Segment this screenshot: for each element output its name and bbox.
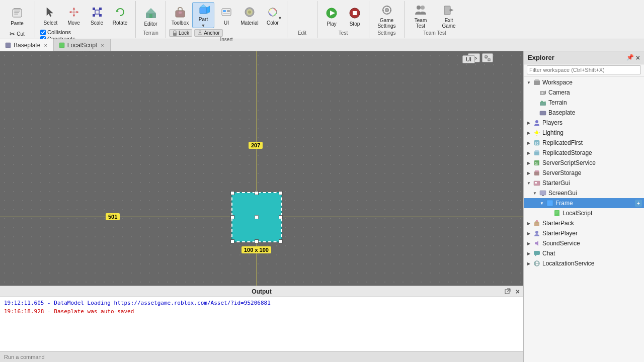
- workspace-icon: [533, 78, 541, 86]
- frame-object[interactable]: [231, 192, 282, 242]
- explorer-search-input[interactable]: [527, 65, 641, 74]
- ui-toggle-button[interactable]: UI: [462, 55, 475, 63]
- server-storage-icon: [533, 169, 541, 177]
- anchor-button[interactable]: Anchor: [194, 29, 223, 37]
- svg-text:R: R: [535, 141, 538, 146]
- handle-r[interactable]: [279, 215, 283, 219]
- test-section: Play Stop Test: [317, 1, 369, 38]
- handle-tr[interactable]: [279, 191, 283, 195]
- move-button[interactable]: Move: [63, 2, 85, 28]
- server-script-label: ServerScriptService: [542, 159, 642, 166]
- tree-item-replicated-first[interactable]: ▶ R ReplicatedFirst: [524, 138, 644, 148]
- tree-item-server-storage[interactable]: ▶ ServerStorage: [524, 168, 644, 178]
- explorer-pin-button[interactable]: 📌: [626, 54, 634, 62]
- svg-rect-27: [173, 33, 177, 36]
- tree-item-starter-player[interactable]: ▶ StarterPlayer: [524, 228, 644, 238]
- tab-baseplate[interactable]: Baseplate ×: [0, 39, 54, 51]
- play-button[interactable]: Play: [320, 3, 343, 29]
- exit-game-button[interactable]: ExitGame: [436, 3, 462, 29]
- frame-add-button[interactable]: +: [635, 200, 642, 207]
- tree-item-starter-gui[interactable]: ▼ StarterGui: [524, 178, 644, 188]
- command-input[interactable]: [4, 354, 105, 360]
- team-test-button[interactable]: TeamTest: [408, 3, 434, 29]
- tree-item-server-script[interactable]: ▶ S ServerScriptService: [524, 158, 644, 168]
- handle-t[interactable]: [255, 191, 259, 195]
- tree-item-local-script[interactable]: LocalScript: [524, 208, 644, 218]
- svg-rect-71: [534, 171, 539, 175]
- svg-marker-57: [540, 101, 546, 103]
- collisions-checkbox-row[interactable]: Collisions: [38, 29, 132, 35]
- svg-point-59: [535, 120, 538, 123]
- baseplate-tree-label: Baseplate: [548, 109, 642, 116]
- tab-baseplate-close[interactable]: ×: [43, 42, 48, 48]
- tree-item-replicated-storage[interactable]: ▶ ReplicatedStorage: [524, 148, 644, 158]
- ui-button[interactable]: UI: [215, 2, 237, 28]
- tree-item-chat[interactable]: ▶ Chat: [524, 248, 644, 258]
- svg-rect-5: [95, 10, 99, 14]
- editor-button[interactable]: Editor: [140, 3, 162, 29]
- part-button[interactable]: Part ▼: [192, 2, 214, 28]
- handle-b[interactable]: [255, 239, 259, 243]
- svg-marker-87: [535, 255, 537, 256]
- color-button[interactable]: Color ▼: [262, 2, 284, 28]
- viewport-expand-button[interactable]: [482, 53, 493, 62]
- svg-marker-54: [545, 90, 546, 95]
- viewport-canvas[interactable]: 207 501 100 x 100 UI: [0, 51, 523, 286]
- select-button[interactable]: Select: [40, 2, 62, 28]
- toolbox-button[interactable]: Toolbox: [169, 2, 191, 28]
- output-popout-button[interactable]: [503, 288, 512, 296]
- tree-item-players[interactable]: ▶ Players: [524, 118, 644, 128]
- tree-item-camera[interactable]: Camera: [524, 87, 644, 98]
- svg-rect-6: [93, 8, 95, 10]
- output-close-button[interactable]: ×: [514, 288, 521, 296]
- explorer-tree: ▼ Workspace Camera Terrain: [524, 76, 644, 362]
- tab-localscript[interactable]: LocalScript ×: [54, 39, 111, 51]
- tab-localscript-close[interactable]: ×: [100, 42, 105, 48]
- svg-rect-68: [535, 150, 539, 152]
- tree-item-sound-service[interactable]: ▶ SoundService: [524, 238, 644, 248]
- handle-l[interactable]: [230, 215, 234, 219]
- tree-item-localization[interactable]: ▶ LocalizationService: [524, 258, 644, 268]
- svg-point-28: [199, 31, 201, 33]
- tree-item-starter-pack[interactable]: ▶ StarterPack: [524, 218, 644, 228]
- explorer-close-button[interactable]: ×: [636, 54, 640, 62]
- handle-br[interactable]: [279, 239, 283, 243]
- starter-player-label: StarterPlayer: [542, 230, 642, 237]
- tree-item-lighting[interactable]: ▶ Lighting: [524, 128, 644, 138]
- handle-bl[interactable]: [230, 239, 234, 243]
- chat-label: Chat: [542, 250, 642, 257]
- svg-rect-13: [176, 11, 185, 17]
- game-settings-button[interactable]: GameSettings: [376, 3, 398, 29]
- rotate-button[interactable]: Rotate: [109, 2, 131, 28]
- svg-rect-81: [555, 214, 557, 214]
- camera-icon: [539, 88, 547, 97]
- svg-rect-76: [542, 195, 544, 196]
- tree-item-terrain[interactable]: Terrain: [524, 98, 644, 108]
- svg-marker-17: [207, 6, 210, 14]
- tree-item-screen-gui[interactable]: ▼ ScreenGui: [524, 188, 644, 198]
- tree-item-baseplate[interactable]: Baseplate: [524, 108, 644, 118]
- tree-item-workspace[interactable]: ▼ Workspace: [524, 77, 644, 87]
- svg-rect-7: [99, 8, 102, 10]
- scale-button[interactable]: Scale: [86, 2, 108, 28]
- svg-point-39: [421, 6, 425, 10]
- players-icon: [533, 119, 541, 127]
- lock-button[interactable]: Lock: [169, 29, 192, 37]
- collisions-checkbox[interactable]: [40, 30, 46, 35]
- tree-item-frame[interactable]: ▼ Frame +: [524, 198, 644, 208]
- handle-tl[interactable]: [230, 191, 234, 195]
- edit-label: Edit: [298, 30, 306, 37]
- material-button[interactable]: Material: [238, 2, 261, 28]
- workspace-toggle[interactable]: ▼: [526, 79, 532, 85]
- output-header-icons: ×: [503, 288, 521, 296]
- stop-button[interactable]: Stop: [344, 3, 366, 29]
- starter-pack-label: StarterPack: [542, 220, 642, 227]
- toolbar: Paste ✂ Cut ⧉ Copy ⬡ Duplicate: [0, 0, 644, 39]
- screen-gui-icon: [539, 189, 547, 197]
- output-header: Output ×: [0, 286, 523, 297]
- cut-button[interactable]: ✂ Cut: [8, 29, 27, 38]
- paste-button[interactable]: Paste: [4, 3, 30, 29]
- output-panel: Output × 19:12:11.605 - DataModel Loadin…: [0, 286, 523, 351]
- svg-rect-3: [14, 12, 19, 13]
- explorer-search: [524, 64, 644, 76]
